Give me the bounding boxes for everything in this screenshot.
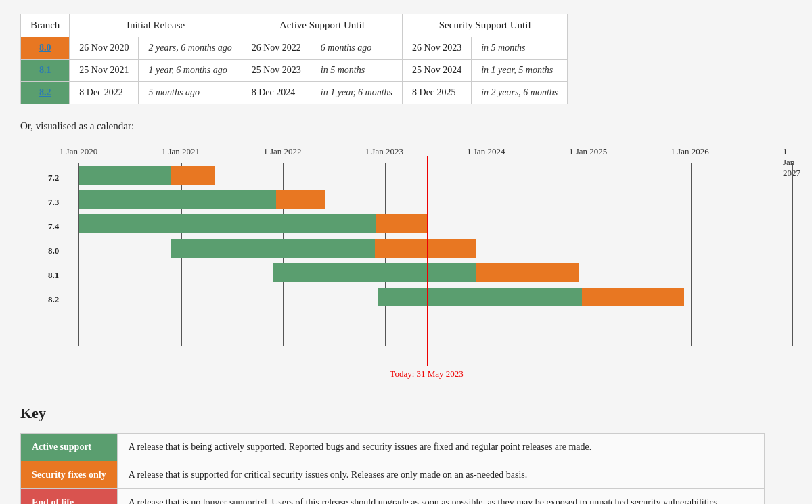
key-row-green: Active support A release that is being a… [21, 434, 765, 461]
key-table: Active support A release that is being a… [20, 433, 765, 504]
row-label-8.0: 8.0 [48, 239, 59, 263]
bar-8.1-green [273, 263, 476, 282]
col-active-support: Active Support Until [242, 14, 402, 37]
branch-link[interactable]: 8.1 [39, 65, 51, 75]
active-rel: in 5 months [311, 60, 402, 82]
sec-date: 26 Nov 2023 [403, 37, 472, 60]
col-security-support: Security Support Until [403, 14, 568, 37]
init-rel: 2 years, 6 months ago [139, 37, 242, 60]
key-row-red: End of life A release that is no longer … [21, 489, 765, 505]
year-label-2026: 1 Jan 2026 [671, 146, 708, 157]
bar-8.1-orange [476, 263, 579, 282]
active-date: 26 Nov 2022 [242, 37, 311, 60]
year-label-2023: 1 Jan 2023 [365, 146, 403, 157]
key-desc-orange: A release that is supported for critical… [117, 461, 764, 489]
active-rel: 6 months ago [311, 37, 402, 60]
calendar-header: 1 Jan 20201 Jan 20211 Jan 20221 Jan 2023… [78, 143, 792, 163]
key-title: Key [20, 405, 792, 422]
branch-link[interactable]: 8.0 [39, 43, 51, 53]
calendar-body: Today: 31 May 20237.27.37.48.08.18.2 [78, 163, 792, 346]
row-label-8.1: 8.1 [48, 263, 59, 288]
sec-date: 8 Dec 2025 [403, 82, 472, 104]
calendar-wrapper: 1 Jan 20201 Jan 20211 Jan 20221 Jan 2023… [47, 143, 792, 383]
year-label-2020: 1 Jan 2020 [60, 146, 97, 157]
gridline-2027 [792, 163, 793, 346]
releases-table: Branch Initial Release Active Support Un… [20, 14, 568, 104]
init-rel: 1 year, 6 months ago [139, 60, 242, 82]
init-date: 25 Nov 2021 [70, 60, 139, 82]
calendar-section: Or, visualised as a calendar: 1 Jan 2020… [20, 120, 792, 383]
bar-8.0-green [171, 239, 375, 258]
branch-link[interactable]: 8.2 [39, 87, 51, 97]
bar-7.3-orange [276, 190, 325, 209]
key-desc-red: A release that is no longer supported. U… [117, 489, 764, 505]
row-label-7.2: 7.2 [48, 166, 59, 190]
active-rel: in 1 year, 6 months [311, 82, 402, 104]
calendar-intro: Or, visualised as a calendar: [20, 120, 792, 132]
key-label-orange: Security fixes only [21, 461, 118, 489]
sec-rel: in 1 year, 5 months [472, 60, 568, 82]
bar-8.2-green [378, 288, 582, 306]
today-label: Today: 31 May 2023 [390, 369, 464, 380]
active-date: 8 Dec 2024 [242, 82, 311, 104]
bar-8.0-orange [375, 239, 476, 258]
branch-cell[interactable]: 8.2 [21, 82, 70, 104]
branch-cell[interactable]: 8.0 [21, 37, 70, 60]
sec-date: 25 Nov 2024 [403, 60, 472, 82]
branch-cell[interactable]: 8.1 [21, 60, 70, 82]
col-initial-release: Initial Release [70, 14, 242, 37]
year-label-2024: 1 Jan 2024 [467, 146, 505, 157]
sec-rel: in 2 years, 6 months [472, 82, 568, 104]
year-label-2021: 1 Jan 2021 [162, 146, 200, 157]
sec-rel: in 5 months [472, 37, 568, 60]
row-label-7.3: 7.3 [48, 190, 59, 214]
row-label-7.4: 7.4 [48, 214, 59, 239]
row-label-8.2: 8.2 [48, 288, 59, 312]
bar-7.2-green [79, 166, 171, 185]
init-date: 8 Dec 2022 [70, 82, 139, 104]
bar-7.3-green [79, 190, 276, 209]
gridline-2025 [589, 163, 589, 346]
bar-8.2-orange [582, 288, 683, 306]
init-rel: 5 months ago [139, 82, 242, 104]
year-label-2022: 1 Jan 2022 [263, 146, 301, 157]
col-branch: Branch [21, 14, 70, 37]
bar-7.4-green [79, 214, 376, 233]
init-date: 26 Nov 2020 [70, 37, 139, 60]
bar-7.4-orange [376, 214, 427, 233]
key-row-orange: Security fixes only A release that is su… [21, 461, 765, 489]
bar-7.2-orange [171, 166, 215, 185]
gridline-2024 [487, 163, 487, 346]
key-label-green: Active support [21, 434, 118, 461]
today-line [427, 156, 428, 366]
year-label-2025: 1 Jan 2025 [569, 146, 607, 157]
active-date: 25 Nov 2023 [242, 60, 311, 82]
key-label-red: End of life [21, 489, 118, 505]
gridline-2026 [691, 163, 692, 346]
key-desc-green: A release that is being actively support… [117, 434, 764, 461]
key-section: Key Active support A release that is bei… [20, 405, 792, 504]
